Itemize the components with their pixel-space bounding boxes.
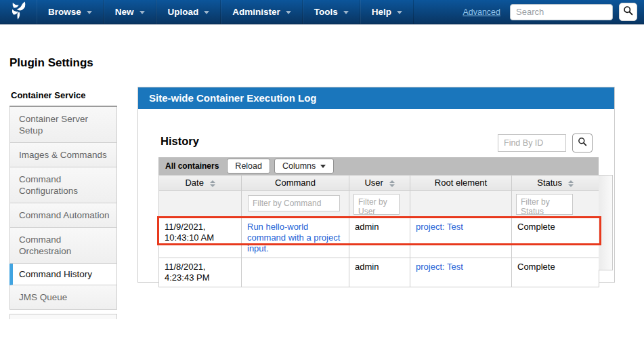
- sidebar-item-label: Command Automation: [19, 210, 110, 220]
- page-title: Plugin Settings: [9, 56, 93, 70]
- chevron-down-icon: [320, 165, 326, 168]
- sidebar-item-command-automation[interactable]: Command Automation: [9, 203, 117, 228]
- column-header-status[interactable]: Status: [512, 176, 599, 191]
- cell-user: admin: [349, 258, 410, 287]
- filter-cell-date: [159, 191, 242, 218]
- column-header-root-element: Root element: [410, 176, 512, 191]
- sidebar: Container Service Container Server Setup…: [9, 87, 117, 319]
- sidebar-item-label: Command Orchestraion: [19, 234, 71, 256]
- sidebar-item-images-commands[interactable]: Images & Commands: [9, 143, 117, 167]
- nav-menu-tools[interactable]: Tools: [303, 0, 360, 24]
- sidebar-header: Container Service: [9, 87, 117, 106]
- cell-date: 11/9/2021, 10:43:10 AM: [159, 218, 242, 258]
- filter-by-command-input[interactable]: Filter by Command: [248, 195, 340, 211]
- column-header-label: Status: [537, 178, 562, 188]
- filter-by-user-input[interactable]: Filter by User: [353, 194, 400, 215]
- find-by-id-input[interactable]: [498, 134, 566, 152]
- xnat-logo[interactable]: [0, 0, 37, 24]
- sidebar-item-container-server-setup[interactable]: Container Server Setup: [9, 106, 117, 143]
- chevron-down-icon: [139, 11, 145, 14]
- sort-icon: [568, 180, 574, 187]
- all-containers-label: All containers: [165, 161, 219, 171]
- column-header-label: Date: [185, 178, 203, 188]
- sidebar-item-jms-queue[interactable]: JMS Queue: [9, 285, 117, 310]
- cell-user: admin: [349, 218, 410, 258]
- table-scrollbar[interactable]: [599, 175, 613, 270]
- reload-button[interactable]: Reload: [227, 159, 270, 174]
- top-navbar: Browse New Upload Administer Tools Help …: [0, 0, 644, 24]
- table-row: 11/8/2021, 4:23:43 PM admin project: Tes…: [159, 258, 599, 287]
- sort-icon: [389, 180, 395, 187]
- sidebar-item-command-history[interactable]: Command History: [9, 264, 117, 285]
- column-header-date[interactable]: Date: [159, 176, 242, 191]
- search-input[interactable]: [510, 4, 613, 20]
- sidebar-item-label: JMS Queue: [19, 292, 67, 302]
- filter-cell-status: Filter by Status: [512, 191, 599, 218]
- chevron-down-icon: [87, 11, 92, 14]
- search-icon: [578, 137, 587, 149]
- root-element-link[interactable]: project: Test: [416, 262, 463, 272]
- cell-status: Complete: [512, 218, 599, 258]
- sidebar-item-label: Command History: [19, 269, 92, 279]
- table-filter-row: Filter by Command Filter by User Filter …: [159, 191, 599, 218]
- execution-log-table: Date Command User Root element Status: [158, 175, 599, 287]
- nav-menu-label: Tools: [314, 7, 338, 17]
- xnat-logo-icon: [8, 1, 28, 24]
- panel-title: Site-wide Container Execution Log: [149, 92, 317, 104]
- panel-header: Site-wide Container Execution Log: [138, 87, 614, 109]
- nav-menu-administer[interactable]: Administer: [221, 0, 303, 24]
- nav-menu-help[interactable]: Help: [360, 0, 414, 24]
- reload-button-label: Reload: [235, 161, 262, 171]
- cell-status: Complete: [512, 258, 599, 287]
- command-link[interactable]: Run hello-world command with a project i…: [247, 222, 340, 253]
- table-toolbar: All containers Reload Columns: [158, 157, 599, 175]
- find-by-id-search-button[interactable]: [572, 134, 593, 152]
- sidebar-item-label: Container Server Setup: [19, 114, 88, 136]
- search-icon: [623, 5, 633, 18]
- filter-cell-root-element: [410, 191, 512, 218]
- sidebar-item-label: Images & Commands: [19, 150, 107, 160]
- search-button[interactable]: [619, 3, 637, 21]
- table-row: 11/9/2021, 10:43:10 AM Run hello-world c…: [159, 218, 599, 258]
- app-root: Browse New Upload Administer Tools Help …: [0, 0, 644, 347]
- sidebar-item-command-configurations[interactable]: Command Configurations: [9, 167, 117, 203]
- nav-menu-new[interactable]: New: [104, 0, 156, 24]
- nav-menu-browse[interactable]: Browse: [37, 0, 104, 24]
- sidebar-item-partial: [9, 314, 117, 319]
- chevron-down-icon: [286, 11, 291, 14]
- sidebar-item-command-orchestration[interactable]: Command Orchestraion: [9, 228, 117, 264]
- column-header-user[interactable]: User: [349, 176, 410, 191]
- cell-date: 11/8/2021, 4:23:43 PM: [159, 258, 242, 287]
- history-title: History: [160, 135, 199, 148]
- nav-spacer: [414, 0, 463, 24]
- columns-button-label: Columns: [282, 161, 316, 171]
- chevron-down-icon: [343, 11, 349, 14]
- cell-root-element: project: Test: [410, 258, 512, 287]
- column-header-label: User: [364, 178, 383, 188]
- chevron-down-icon: [397, 11, 402, 14]
- nav-menu-label: Administer: [232, 7, 280, 17]
- nav-menu-label: New: [115, 7, 134, 17]
- sidebar-item-label: Command Configurations: [19, 174, 78, 196]
- column-header-command: Command: [242, 176, 349, 191]
- column-header-label: Command: [275, 178, 316, 188]
- cell-root-element: project: Test: [410, 218, 512, 258]
- container-execution-log-panel: Site-wide Container Execution Log Histor…: [137, 87, 615, 283]
- advanced-search-link[interactable]: Advanced: [463, 7, 500, 17]
- nav-menu-label: Upload: [168, 7, 199, 17]
- columns-dropdown-button[interactable]: Columns: [274, 159, 334, 174]
- nav-menu-label: Help: [372, 7, 391, 17]
- root-element-link[interactable]: project: Test: [416, 222, 463, 232]
- sort-icon: [210, 180, 215, 187]
- cell-command: Run hello-world command with a project i…: [242, 218, 349, 258]
- column-header-label: Root element: [435, 178, 487, 188]
- cell-command: [242, 258, 349, 287]
- filter-by-status-input[interactable]: Filter by Status: [516, 194, 573, 215]
- nav-menu-upload[interactable]: Upload: [156, 0, 221, 24]
- nav-menu-label: Browse: [48, 7, 81, 17]
- chevron-down-icon: [204, 11, 209, 14]
- filter-cell-command: Filter by Command: [242, 191, 349, 218]
- table-header-row: Date Command User Root element Status: [159, 176, 599, 191]
- filter-cell-user: Filter by User: [349, 191, 410, 218]
